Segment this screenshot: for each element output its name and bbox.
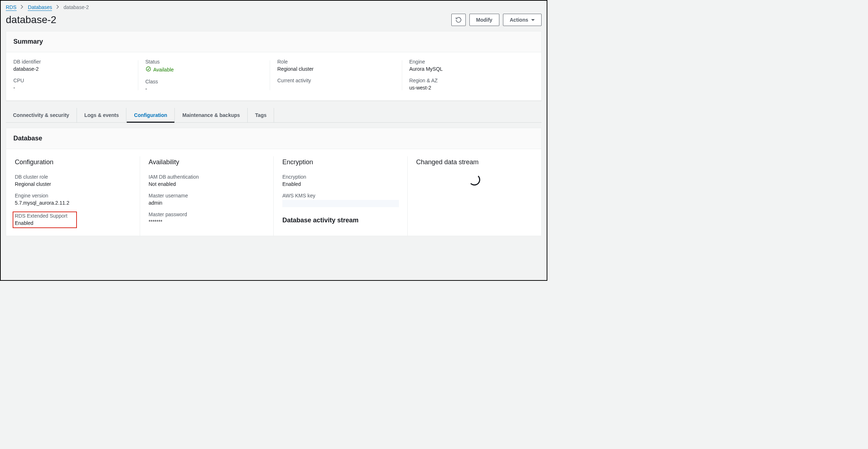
encryption-value: Enabled bbox=[282, 181, 399, 187]
tabs: Connectivity & security Logs & events Co… bbox=[6, 108, 542, 123]
engine-label: Engine bbox=[409, 59, 527, 65]
tab-configuration[interactable]: Configuration bbox=[126, 108, 175, 122]
database-heading: Database bbox=[13, 135, 534, 142]
engine-version-value: 5.7.mysql_aurora.2.11.2 bbox=[15, 200, 131, 206]
engine-version-label: Engine version bbox=[15, 193, 131, 199]
breadcrumb: RDS Databases database-2 bbox=[1, 1, 547, 12]
extended-support-value: Enabled bbox=[15, 220, 75, 226]
summary-panel: Summary DB identifier database-2 CPU - S… bbox=[6, 31, 542, 101]
check-circle-icon bbox=[146, 66, 151, 73]
summary-heading: Summary bbox=[13, 38, 534, 45]
engine-value: Aurora MySQL bbox=[409, 66, 527, 72]
configuration-heading: Configuration bbox=[15, 158, 131, 166]
chevron-right-icon bbox=[56, 4, 59, 10]
cpu-label: CPU bbox=[13, 78, 131, 83]
activity-stream-heading: Database activity stream bbox=[282, 217, 399, 224]
tab-maintenance-backups[interactable]: Maintenance & backups bbox=[175, 108, 248, 122]
db-identifier-label: DB identifier bbox=[13, 59, 131, 65]
current-activity-label: Current activity bbox=[277, 78, 395, 83]
availability-heading: Availability bbox=[149, 158, 265, 166]
tab-logs-events[interactable]: Logs & events bbox=[77, 108, 127, 122]
class-label: Class bbox=[146, 79, 263, 84]
breadcrumb-rds[interactable]: RDS bbox=[6, 4, 17, 11]
modify-button-label: Modify bbox=[476, 17, 492, 23]
status-value: Available bbox=[146, 66, 174, 73]
database-panel: Database Configuration DB cluster role R… bbox=[6, 128, 542, 236]
encryption-heading: Encryption bbox=[282, 158, 399, 166]
db-cluster-role-value: Regional cluster bbox=[15, 181, 131, 187]
master-username-value: admin bbox=[149, 200, 265, 206]
loading-spinner-icon bbox=[469, 174, 480, 186]
status-text: Available bbox=[153, 67, 174, 73]
class-value: - bbox=[146, 86, 263, 92]
extended-support-highlight: RDS Extended Support Enabled bbox=[13, 212, 77, 228]
actions-button-label: Actions bbox=[510, 17, 528, 23]
caret-down-icon bbox=[531, 19, 535, 21]
kms-key-label: AWS KMS key bbox=[282, 193, 399, 199]
role-label: Role bbox=[277, 59, 395, 65]
db-cluster-role-label: DB cluster role bbox=[15, 174, 131, 180]
cpu-value: - bbox=[13, 85, 131, 91]
master-password-label: Master password bbox=[149, 212, 265, 217]
svg-point-0 bbox=[146, 67, 151, 71]
changed-data-stream-heading: Changed data stream bbox=[416, 158, 533, 166]
status-label: Status bbox=[146, 59, 263, 65]
region-az-value: us-west-2 bbox=[409, 85, 527, 91]
kms-key-value bbox=[282, 200, 399, 207]
breadcrumb-databases[interactable]: Databases bbox=[28, 4, 52, 11]
iam-auth-value: Not enabled bbox=[149, 181, 265, 187]
iam-auth-label: IAM DB authentication bbox=[149, 174, 265, 180]
master-username-label: Master username bbox=[149, 193, 265, 199]
refresh-icon bbox=[455, 17, 462, 23]
region-az-label: Region & AZ bbox=[409, 78, 527, 83]
db-identifier-value: database-2 bbox=[13, 66, 131, 72]
tab-connectivity[interactable]: Connectivity & security bbox=[6, 108, 77, 122]
modify-button[interactable]: Modify bbox=[469, 14, 499, 26]
refresh-button[interactable] bbox=[451, 14, 466, 26]
actions-button[interactable]: Actions bbox=[503, 14, 542, 26]
extended-support-label: RDS Extended Support bbox=[15, 213, 75, 219]
encryption-label: Encryption bbox=[282, 174, 399, 180]
master-password-value: ******* bbox=[149, 219, 265, 224]
breadcrumb-current: database-2 bbox=[64, 4, 89, 10]
tab-tags[interactable]: Tags bbox=[248, 108, 274, 122]
role-value: Regional cluster bbox=[277, 66, 395, 72]
chevron-right-icon bbox=[21, 4, 23, 10]
page-title: database-2 bbox=[6, 14, 56, 26]
